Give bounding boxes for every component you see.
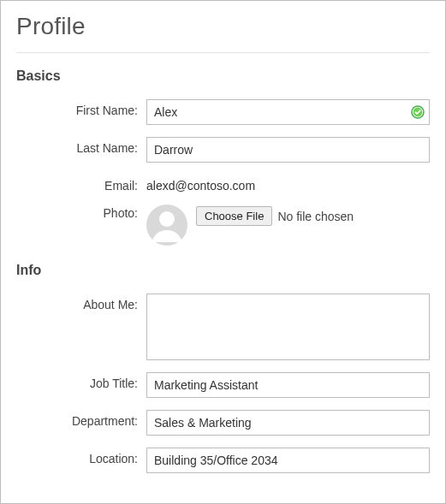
department-input[interactable] [146, 410, 430, 436]
label-first-name: First Name: [16, 99, 146, 117]
row-photo: Photo: Choose File No file chosen [16, 205, 430, 246]
first-name-input[interactable] [146, 99, 430, 125]
label-location: Location: [16, 448, 146, 465]
title-divider [16, 52, 430, 53]
row-email: Email: alexd@contoso.com [16, 175, 430, 193]
valid-check-icon [411, 105, 425, 119]
last-name-input[interactable] [146, 137, 430, 163]
label-job-title: Job Title: [16, 372, 146, 390]
svg-point-3 [159, 211, 175, 227]
label-photo: Photo: [16, 205, 146, 220]
row-first-name: First Name: [16, 99, 430, 125]
section-heading-basics: Basics [16, 68, 430, 84]
about-me-textarea[interactable] [146, 294, 430, 360]
file-status-text: No file chosen [277, 210, 354, 223]
avatar-placeholder-icon [146, 205, 187, 246]
row-last-name: Last Name: [16, 137, 430, 163]
label-department: Department: [16, 410, 146, 428]
choose-file-button[interactable]: Choose File [196, 206, 272, 226]
label-about-me: About Me: [16, 294, 146, 311]
job-title-input[interactable] [146, 372, 430, 398]
page-title: Profile [16, 13, 430, 40]
email-value: alexd@contoso.com [146, 175, 255, 193]
row-department: Department: [16, 410, 430, 436]
row-job-title: Job Title: [16, 372, 430, 398]
section-heading-info: Info [16, 263, 430, 278]
label-last-name: Last Name: [16, 137, 146, 155]
label-email: Email: [16, 175, 146, 193]
location-input[interactable] [146, 448, 430, 473]
row-location: Location: [16, 448, 430, 473]
row-about-me: About Me: [16, 294, 430, 360]
